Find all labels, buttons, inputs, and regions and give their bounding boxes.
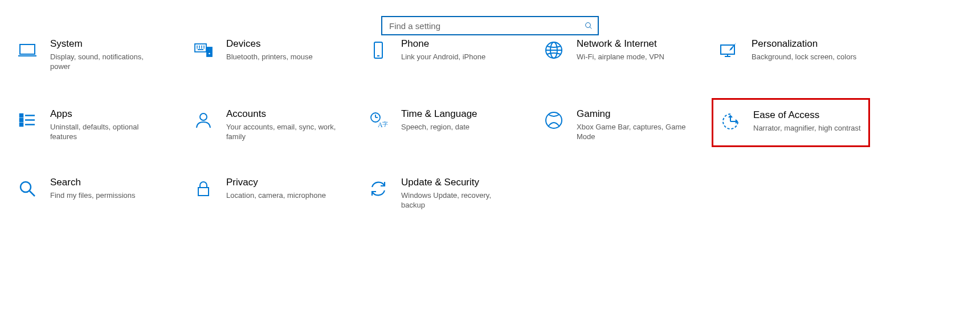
tile-title: Ease of Access (753, 109, 861, 121)
search-icon (584, 21, 593, 30)
magnifier-icon (16, 177, 39, 200)
tile-desc: Wi-Fi, airplane mode, VPN (577, 52, 664, 62)
tile-privacy[interactable]: Privacy Location, camera, microphone (190, 174, 349, 204)
tile-ease-of-access[interactable]: Ease of Access Narrator, magnifier, high… (712, 98, 870, 147)
tile-desc: Background, lock screen, colors (752, 52, 856, 62)
tile-update-security[interactable]: Update & Security Windows Update, recove… (365, 174, 524, 213)
tile-gaming[interactable]: Gaming Xbox Game Bar, captures, Game Mod… (540, 105, 700, 145)
svg-point-15 (208, 52, 210, 55)
svg-rect-2 (20, 44, 35, 54)
tile-title: Accounts (226, 108, 340, 120)
phone-icon (367, 39, 390, 62)
tile-desc: Display, sound, notifications, power (50, 52, 164, 71)
apps-list-icon (16, 109, 39, 132)
svg-rect-27 (20, 119, 23, 121)
tile-desc: Bluetooth, printers, mouse (226, 52, 313, 62)
svg-point-0 (586, 23, 591, 28)
lock-icon (192, 177, 215, 200)
svg-point-16 (209, 49, 210, 50)
tile-desc: Windows Update, recovery, backup (401, 190, 515, 210)
svg-line-1 (590, 27, 591, 29)
ease-of-access-icon (719, 110, 742, 133)
tile-accounts[interactable]: Accounts Your accounts, email, sync, wor… (190, 105, 349, 145)
tile-network[interactable]: Network & Internet Wi-Fi, airplane mode,… (540, 35, 700, 65)
tile-desc: Uninstall, defaults, optional features (50, 122, 164, 141)
tile-system[interactable]: System Display, sound, notifications, po… (14, 35, 173, 75)
sync-icon (367, 177, 390, 200)
tile-title: Search (50, 176, 136, 189)
tile-title: Update & Security (401, 176, 515, 189)
search-box[interactable] (381, 16, 599, 35)
keyboard-speaker-icon (192, 39, 215, 62)
svg-rect-22 (721, 45, 734, 54)
tile-title: Apps (50, 108, 164, 120)
tile-desc: Your accounts, email, sync, work, family (226, 122, 340, 141)
tile-title: Network & Internet (577, 38, 664, 50)
tile-desc: Xbox Game Bar, captures, Game Mode (577, 122, 691, 141)
xbox-icon (542, 109, 565, 132)
tile-title: System (50, 38, 164, 50)
tile-personalization[interactable]: Personalization Background, lock screen,… (715, 35, 875, 65)
tile-apps[interactable]: Apps Uninstall, defaults, optional featu… (14, 105, 173, 145)
tile-desc: Link your Android, iPhone (401, 52, 485, 62)
tile-title: Personalization (752, 38, 856, 50)
person-icon (192, 109, 215, 132)
laptop-icon (16, 39, 39, 62)
pen-monitor-icon (717, 39, 740, 62)
svg-rect-25 (20, 114, 23, 117)
svg-line-41 (30, 191, 35, 196)
search-area (0, 0, 980, 35)
search-input[interactable] (388, 21, 584, 31)
svg-rect-42 (198, 188, 209, 196)
tile-desc: Location, camera, microphone (226, 190, 326, 200)
tile-desc: Narrator, magnifier, high contrast (753, 123, 861, 133)
svg-text:字: 字 (382, 121, 388, 127)
tile-phone[interactable]: Phone Link your Android, iPhone (365, 35, 524, 65)
tile-title: Privacy (226, 176, 326, 189)
tile-search[interactable]: Search Find my files, permissions (14, 174, 173, 204)
tile-desc: Find my files, permissions (50, 190, 136, 200)
tile-title: Phone (401, 38, 485, 50)
tile-devices[interactable]: Devices Bluetooth, printers, mouse (190, 35, 349, 65)
settings-grid: System Display, sound, notifications, po… (0, 35, 980, 75)
svg-rect-29 (20, 123, 23, 126)
tile-title: Devices (226, 38, 313, 50)
clock-language-icon: A 字 (367, 109, 390, 132)
svg-point-40 (21, 182, 31, 192)
tile-title: Gaming (577, 108, 691, 120)
tile-title: Time & Language (401, 108, 477, 120)
svg-point-31 (200, 113, 207, 120)
tile-time-language[interactable]: A 字 Time & Language Speech, region, date (365, 105, 524, 135)
globe-icon (542, 39, 565, 62)
tile-desc: Speech, region, date (401, 122, 477, 132)
